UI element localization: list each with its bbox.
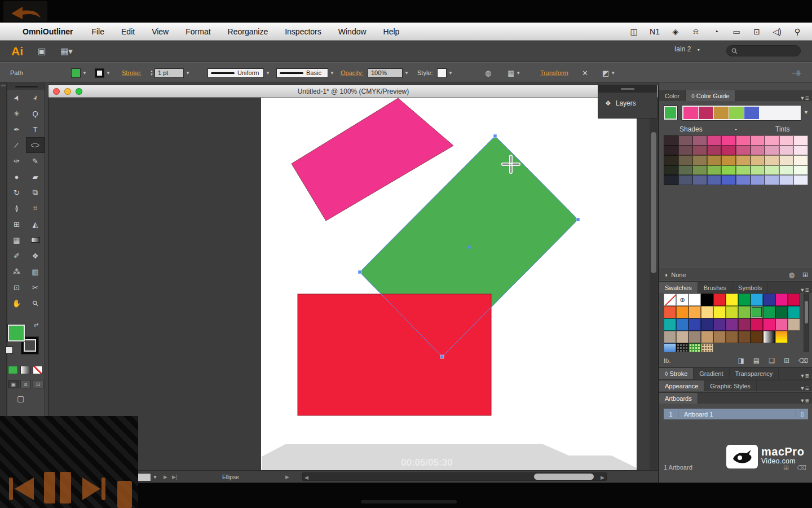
- column-graph-tool[interactable]: ▥: [26, 264, 45, 279]
- width-tool[interactable]: ≬: [7, 200, 26, 216]
- swatch[interactable]: [701, 343, 713, 352]
- color-guide-base-swatch[interactable]: [664, 106, 677, 120]
- panel-menu-icon[interactable]: ▼≣: [800, 398, 809, 404]
- variation-swatch[interactable]: [678, 165, 693, 176]
- panel-drag-handle[interactable]: [598, 85, 657, 93]
- vertical-scrollbar[interactable]: [650, 98, 657, 470]
- slice-tool[interactable]: ✂: [26, 279, 45, 295]
- variation-swatch[interactable]: [736, 135, 751, 146]
- menu-file[interactable]: File: [83, 23, 113, 41]
- horizontal-scroll-thumb[interactable]: [534, 474, 594, 480]
- stroke-color-swatch[interactable]: [95, 68, 104, 78]
- swatch[interactable]: [763, 331, 775, 343]
- swatch[interactable]: [738, 331, 751, 343]
- swatch[interactable]: [713, 318, 726, 331]
- perspective-grid-tool[interactable]: ◭: [26, 216, 45, 232]
- swatch[interactable]: [676, 343, 689, 352]
- chevron-down-icon[interactable]: ▼: [404, 71, 409, 76]
- swatch[interactable]: [664, 306, 676, 318]
- variation-swatch[interactable]: [692, 175, 707, 185]
- next-artboard-icon[interactable]: ▶: [164, 474, 167, 480]
- last-artboard-icon[interactable]: ▶|: [172, 474, 177, 480]
- limit-harmony-icon[interactable]: ◑: [664, 271, 668, 279]
- variation-swatch[interactable]: [692, 146, 707, 156]
- timemachine-icon[interactable]: ◔: [712, 27, 721, 36]
- variation-swatch[interactable]: [721, 135, 736, 146]
- chevron-down-icon[interactable]: ▼: [106, 71, 111, 76]
- artboard-name[interactable]: Artboard 1: [678, 411, 796, 418]
- swatch[interactable]: [751, 294, 763, 306]
- variation-swatch[interactable]: [779, 165, 794, 176]
- harmony-color-0[interactable]: [683, 107, 698, 119]
- swatch[interactable]: [763, 306, 775, 318]
- menu-reorganize[interactable]: Reorganize: [219, 23, 277, 41]
- swatch[interactable]: [689, 331, 701, 343]
- draw-normal-button[interactable]: ▣: [8, 380, 19, 388]
- collapse-control-bar-icon[interactable]: ⊣⊦: [792, 69, 802, 77]
- variation-swatch[interactable]: [707, 165, 722, 176]
- pen-tool[interactable]: ✒: [7, 121, 26, 137]
- fill-indicator-swatch[interactable]: [8, 325, 25, 341]
- gradient-mode-button[interactable]: [20, 366, 30, 374]
- workspace-switcher[interactable]: Iain 2 ▾: [674, 45, 700, 53]
- variation-swatch[interactable]: [678, 155, 693, 165]
- variation-swatch[interactable]: [707, 155, 722, 165]
- opacity-field[interactable]: 100%: [368, 68, 403, 78]
- swatch[interactable]: [701, 306, 713, 318]
- variation-swatch[interactable]: [721, 175, 736, 185]
- panel-menu-icon[interactable]: ▼≣: [800, 373, 809, 379]
- variation-swatch[interactable]: [692, 135, 707, 146]
- stroke-link[interactable]: Stroke:: [122, 69, 142, 76]
- variation-swatch[interactable]: [779, 135, 794, 146]
- variation-swatch[interactable]: [664, 135, 678, 146]
- pen-input-icon[interactable]: N1: [650, 27, 660, 36]
- swatch[interactable]: [788, 306, 800, 318]
- panel-menu-icon[interactable]: ▼≣: [800, 95, 809, 101]
- swatch[interactable]: [775, 294, 788, 306]
- tab-swatches[interactable]: Swatches: [659, 282, 698, 293]
- variable-width-profile-select[interactable]: Uniform: [208, 68, 264, 78]
- none-mode-button[interactable]: [33, 366, 43, 374]
- swatch[interactable]: [788, 294, 800, 306]
- tab-stroke[interactable]: ◊ Stroke: [659, 368, 694, 379]
- menu-view[interactable]: View: [143, 23, 177, 41]
- variation-swatch[interactable]: [692, 165, 707, 176]
- swatch[interactable]: [738, 318, 751, 331]
- swatch[interactable]: [664, 294, 676, 306]
- eraser-tool[interactable]: ▰: [26, 169, 45, 185]
- variation-swatch[interactable]: [664, 175, 678, 185]
- variation-swatch[interactable]: [721, 155, 736, 165]
- swatch[interactable]: [726, 331, 738, 343]
- variation-swatch[interactable]: [779, 146, 794, 156]
- artboard-icon[interactable]: ▯: [796, 411, 808, 417]
- magic-wand-tool[interactable]: ✳: [7, 106, 26, 121]
- variation-swatch[interactable]: [678, 175, 693, 185]
- skip-forward-button[interactable]: [82, 475, 107, 502]
- swatch[interactable]: [788, 318, 800, 331]
- tab-symbols[interactable]: Symbols: [732, 282, 768, 293]
- chevron-down-icon[interactable]: ▼: [804, 110, 809, 115]
- swatch[interactable]: [775, 331, 788, 343]
- document-setup-icon[interactable]: ◍: [485, 69, 491, 77]
- vertical-scroll-thumb[interactable]: [651, 132, 656, 273]
- chevron-down-icon[interactable]: ▼: [448, 71, 453, 76]
- tab-gradient[interactable]: Gradient: [694, 368, 729, 379]
- swatch[interactable]: [664, 318, 676, 331]
- tab-brushes[interactable]: Brushes: [698, 282, 732, 293]
- horizontal-scrollbar[interactable]: ◀ ▶: [302, 472, 607, 481]
- swatch[interactable]: [689, 306, 701, 318]
- swatch[interactable]: [713, 294, 726, 306]
- new-color-group-icon[interactable]: ❏: [769, 357, 775, 365]
- panel-menu-icon[interactable]: ▼≣: [800, 386, 809, 391]
- variation-swatch[interactable]: [793, 165, 808, 176]
- anchor-point-1[interactable]: [576, 218, 580, 221]
- swatch[interactable]: [751, 318, 763, 331]
- swatch[interactable]: [713, 331, 726, 343]
- new-swatch-icon[interactable]: ⊞: [784, 357, 789, 365]
- blob-brush-tool[interactable]: ●: [7, 169, 26, 185]
- select-similar-icon[interactable]: ◩: [602, 69, 609, 77]
- variation-swatch[interactable]: [779, 175, 794, 185]
- variation-swatch[interactable]: [721, 146, 736, 156]
- variation-swatch[interactable]: [765, 146, 779, 156]
- blend-tool[interactable]: ❖: [26, 248, 45, 264]
